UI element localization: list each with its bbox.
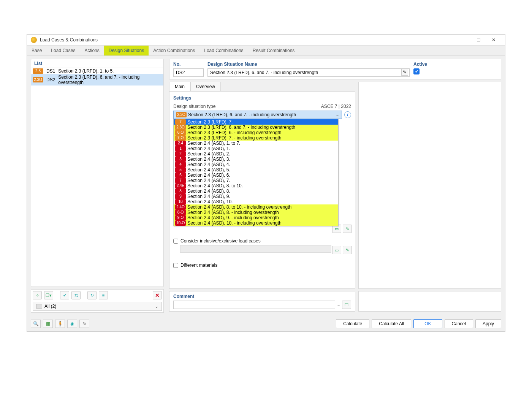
comment-panel: Comment ⌄ ❐ [169, 291, 355, 312]
calculate-all-button[interactable]: Calculate All [372, 319, 411, 328]
edit-small-icon-2[interactable]: ✎ [343, 246, 352, 254]
dropdown-option[interactable]: 5Section 2.4 (ASD), 5. [174, 167, 338, 173]
dropdown-option[interactable]: 3Section 2.4 (ASD), 3. [174, 157, 338, 162]
option-badge: 7 [175, 178, 186, 183]
dropdown-option[interactable]: 9-OSection 2.4 (ASD), 9. - including ove… [174, 215, 338, 220]
tab-load-combinations[interactable]: Load Combinations [200, 46, 248, 55]
tab-base[interactable]: Base [27, 46, 46, 55]
dropdown-option[interactable]: 1Section 2.4 (ASD), 1. [174, 146, 338, 151]
tab-load-cases[interactable]: Load Cases [46, 46, 80, 55]
delete-icon[interactable]: ✕ [153, 291, 162, 299]
info-icon[interactable]: i [344, 111, 351, 118]
filter-dropdown[interactable]: All (2) ⌄ [33, 302, 162, 311]
tab-actions[interactable]: Actions [80, 46, 104, 55]
calculate-button[interactable]: Calculate [336, 319, 369, 328]
settings-panel: Settings Design situation type ASCE 7 | … [169, 91, 355, 289]
dropdown-option[interactable]: 9Section 2.4 (ASD), 9. [174, 194, 338, 199]
dropdown-option[interactable]: 7Section 2.4 (ASD), 7. [174, 178, 338, 183]
active-checkbox[interactable]: ✔ [413, 68, 420, 74]
dropdown-option[interactable]: 2Section 2.4 (ASD), 2. [174, 151, 338, 157]
dropdown-option[interactable]: 2.4Section 2.4 (ASD), 1. to 7. [174, 141, 338, 146]
cancel-button[interactable]: Cancel [445, 319, 473, 328]
option-text: Section 2.4 (ASD), 8. [187, 188, 230, 194]
list-item[interactable]: 2.3DS1Section 2.3 (LRFD), 1. to 5. [31, 68, 163, 74]
subtab-overview[interactable]: Overview [190, 82, 221, 91]
option-text: Section 2.3 (LRFD), 6. - including overs… [187, 130, 281, 135]
name-label: Design Situation Name [207, 62, 410, 67]
minimize-button[interactable]: — [456, 37, 471, 43]
subtab-main[interactable]: Main [169, 82, 190, 91]
list-badge: 2.3O [33, 77, 43, 82]
option-text: Section 2.4 (ASD), 8. - including overst… [187, 210, 279, 215]
comment-browse-icon[interactable]: ❐ [342, 301, 351, 309]
search-icon[interactable]: 🔍 [31, 320, 41, 328]
comment-input[interactable] [173, 301, 335, 309]
option-badge: 4 [175, 162, 186, 167]
filter-label: All (2) [44, 304, 56, 309]
no-label: No. [173, 62, 204, 67]
edit-name-icon[interactable]: ✎ [401, 69, 408, 76]
option-badge: 6 [175, 173, 186, 178]
option-text: Section 2.4 (ASD), 10. [187, 199, 233, 204]
consider-label: Consider inclusive/exclusive load cases [180, 238, 261, 244]
consider-checkbox[interactable] [173, 239, 178, 244]
chevron-down-icon[interactable]: ⌄ [337, 302, 340, 307]
option-badge: 3 [175, 157, 186, 162]
close-button[interactable]: ✕ [486, 37, 501, 43]
apply-button[interactable]: Apply [475, 319, 501, 328]
footer-bar: 🔍 ▦ 🧍 ◉ fx Calculate Calculate All OK Ca… [27, 316, 505, 331]
tab-design-situations[interactable]: Design Situations [104, 46, 149, 55]
dropdown-option[interactable]: 6-OSection 2.3 (LRFD), 6. - including ov… [174, 130, 338, 135]
function-icon[interactable]: fx [79, 320, 89, 328]
view-icon[interactable]: ◉ [67, 320, 77, 328]
dropdown-option[interactable]: 2.3OSection 2.3 (LRFD), 6. and 7. - incl… [174, 125, 338, 130]
dropdown-option[interactable]: 10Section 2.4 (ASD), 10. [174, 199, 338, 204]
sort-icon[interactable]: ≡ [99, 291, 108, 299]
option-text: Section 2.3 (LRFD), 7. - including overs… [187, 135, 281, 141]
option-badge: 8 [175, 188, 186, 194]
table-icon[interactable]: ▦ [43, 320, 53, 328]
dropdown-option[interactable]: 8Section 2.4 (ASD), 8. [174, 188, 338, 194]
dropdown-option[interactable]: 10-OSection 2.4 (ASD), 10. - including o… [174, 220, 338, 226]
copy-icon[interactable]: ❐▾ [44, 291, 53, 299]
option-text: Section 2.4 (ASD), 7. [187, 178, 230, 183]
list-item[interactable]: 2.3ODS2Section 2.3 (LRFD), 6. and 7. - i… [31, 74, 163, 86]
check-icon[interactable]: ✔ [60, 291, 69, 299]
new-icon[interactable]: ✧ [33, 291, 42, 299]
option-badge: 2.4O [175, 204, 186, 210]
maximize-button[interactable]: ☐ [471, 37, 486, 43]
dropdown-option[interactable]: 6Section 2.4 (ASD), 6. [174, 173, 338, 178]
option-text: Section 2.3 (LRFD), 6. and 7. - includin… [187, 125, 295, 130]
type-dropdown-list[interactable]: 7Section 2.3 (LRFD), 7.2.3OSection 2.3 (… [173, 119, 339, 226]
dropdown-option[interactable]: 2.4OSection 2.4 (ASD), 8. to 10. - inclu… [174, 204, 338, 210]
dropdown-option[interactable]: 8-OSection 2.4 (ASD), 8. - including ove… [174, 210, 338, 215]
standard-label: ASCE 7 | 2022 [321, 104, 351, 109]
swap-icon[interactable]: ⇆ [71, 291, 81, 299]
list-badge: 2.3 [33, 68, 43, 74]
type-dropdown[interactable]: 2.3O Section 2.3 (LRFD), 6. and 7. - inc… [173, 111, 342, 119]
list-ds: DS2 [46, 77, 55, 82]
ok-button[interactable]: OK [413, 319, 442, 328]
tab-action-combinations[interactable]: Action Combinations [149, 46, 200, 55]
side-icons-2: ▭ ✎ [332, 246, 352, 254]
model-icon[interactable]: 🧍 [55, 320, 65, 328]
refresh-icon[interactable]: ↻ [87, 291, 97, 299]
materials-checkbox[interactable] [173, 263, 178, 268]
new-small-icon-2[interactable]: ▭ [332, 246, 341, 254]
dropdown-option[interactable]: 2.4ESection 2.4 (ASD), 8. to 10. [174, 183, 338, 188]
dropdown-option[interactable]: 7-OSection 2.3 (LRFD), 7. - including ov… [174, 135, 338, 141]
edit-small-icon[interactable]: ✎ [343, 225, 352, 233]
name-input[interactable] [207, 68, 410, 77]
materials-label: Different materials [180, 263, 217, 268]
list-body[interactable]: 2.3DS1Section 2.3 (LRFD), 1. to 5.2.3ODS… [31, 68, 163, 287]
window-title: Load Cases & Combinations [40, 37, 456, 43]
option-badge: 8-O [175, 210, 186, 215]
dropdown-option[interactable]: 4Section 2.4 (ASD), 4. [174, 162, 338, 167]
chevron-down-icon: ⌄ [336, 112, 339, 117]
tab-result-combinations[interactable]: Result Combinations [248, 46, 299, 55]
filter-color-icon [36, 304, 42, 309]
left-panel: List 2.3DS1Section 2.3 (LRFD), 1. to 5.2… [31, 59, 164, 313]
dropdown-option[interactable]: 7Section 2.3 (LRFD), 7. [174, 119, 338, 125]
no-input[interactable] [173, 68, 204, 77]
chevron-down-icon: ⌄ [155, 304, 158, 309]
